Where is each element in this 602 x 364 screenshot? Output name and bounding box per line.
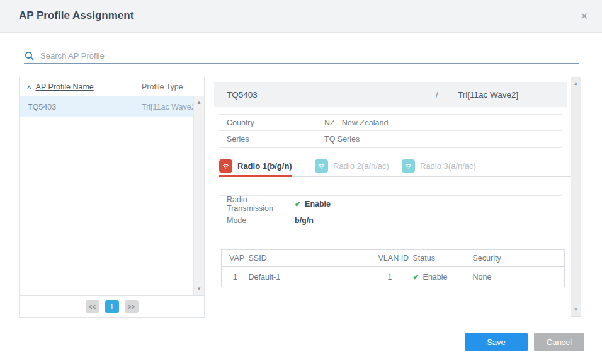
detail-header-separator: / (436, 90, 438, 100)
dialog-title: AP Profile Assignment (19, 9, 133, 22)
scroll-down-icon[interactable]: ▼ (571, 307, 581, 312)
wifi-icon (219, 159, 232, 173)
ssid-column-header: SSID (249, 250, 378, 267)
status-value: Enable (423, 273, 448, 282)
status-column-header: Status (413, 250, 473, 267)
wifi-icon (315, 159, 328, 173)
vap-column-header: VAP (222, 250, 249, 267)
security-value: None (473, 267, 565, 287)
series-label: Series (227, 135, 324, 144)
country-label: Country (227, 118, 324, 127)
column-header-profile-type: Profile Type (142, 82, 183, 91)
status-value-cell: ✔Enable (413, 267, 473, 287)
series-row: Series TQ Series (219, 131, 562, 148)
scroll-down-icon[interactable]: ▼ (194, 287, 204, 292)
list-scrollbar[interactable]: ▲ ▼ (193, 96, 204, 295)
sort-ascending-icon: ∧ (26, 84, 32, 90)
profile-list-panel: ∧ AP Profile Name Profile Type TQ5403 Tr… (19, 77, 205, 318)
profile-list-header: ∧ AP Profile Name Profile Type (20, 77, 204, 96)
tab-radio-3-label: Radio 3(a/n/ac) (420, 161, 476, 171)
vlan-id-column-header: VLAN ID (378, 250, 413, 267)
pagination: << 1 >> (20, 295, 204, 317)
cancel-button[interactable]: Cancel (534, 333, 584, 351)
security-column-header: Security (473, 250, 565, 267)
ap-profile-assignment-dialog: AP Profile Assignment ✕ ∧ AP Profile Nam… (0, 0, 602, 364)
country-value: NZ - New Zealand (324, 118, 388, 127)
search-input[interactable] (40, 51, 579, 60)
profile-row-tq5403[interactable]: TQ5403 Tri[11ac Wave2] (20, 96, 204, 117)
wifi-icon (402, 159, 415, 173)
check-icon: ✔ (413, 273, 419, 282)
radio-detail-rows: Radio Transmission ✔ Enable Mode b/g/n (219, 195, 562, 229)
vap-table: VAP SSID VLAN ID Status Security 1 Defau… (221, 249, 565, 287)
search-bar (24, 48, 579, 64)
pagination-page-1-button[interactable]: 1 (105, 300, 119, 313)
pagination-next-button[interactable]: >> (125, 300, 139, 313)
tab-radio-3[interactable]: Radio 3(a/n/ac) (402, 157, 476, 175)
radio-tabs: Radio 1(b/g/n) Radio 2(a/n/ac) (219, 154, 572, 177)
tab-radio-1-label: Radio 1(b/g/n) (237, 161, 292, 171)
detail-profile-name: TQ5403 (227, 90, 258, 100)
vap-table-row: 1 Default-1 1 ✔Enable None (222, 267, 565, 287)
profile-list-body: TQ5403 Tri[11ac Wave2] ▲ ▼ (20, 96, 204, 295)
vap-table-header-row: VAP SSID VLAN ID Status Security (222, 250, 565, 267)
scroll-up-icon[interactable]: ▲ (571, 81, 581, 86)
vap-value: 1 (222, 267, 249, 287)
mode-row: Mode b/g/n (219, 212, 562, 229)
mode-value: b/g/n (295, 216, 314, 225)
country-row: Country NZ - New Zealand (219, 114, 562, 131)
profile-detail-panel: TQ5403 / Tri[11ac Wave2] Country NZ - Ne… (214, 77, 571, 318)
ssid-value: Default-1 (249, 267, 378, 287)
pagination-prev-button[interactable]: << (86, 300, 99, 313)
dialog-titlebar: AP Profile Assignment ✕ (0, 0, 602, 33)
tab-radio-2-label: Radio 2(a/n/ac) (333, 161, 389, 171)
radio-transmission-value: Enable (305, 200, 331, 208)
scroll-up-icon[interactable]: ▲ (194, 100, 204, 105)
radio-transmission-row: Radio Transmission ✔ Enable (219, 195, 562, 212)
profile-type: Tri[11ac Wave2] (142, 103, 198, 111)
detail-scrollbar[interactable]: ▲ ▼ (571, 77, 581, 317)
close-icon[interactable]: ✕ (580, 11, 588, 22)
mode-label: Mode (227, 216, 295, 225)
vlan-id-value: 1 (378, 267, 413, 287)
detail-info-rows: Country NZ - New Zealand Series TQ Serie… (219, 114, 562, 148)
radio-transmission-label: Radio Transmission (227, 195, 295, 213)
check-icon: ✔ (295, 200, 301, 208)
tab-radio-1[interactable]: Radio 1(b/g/n) (219, 157, 292, 175)
search-icon (24, 50, 35, 61)
series-value: TQ Series (324, 135, 360, 144)
tab-radio-2[interactable]: Radio 2(a/n/ac) (315, 157, 389, 175)
column-header-ap-profile-name[interactable]: AP Profile Name (36, 82, 94, 91)
profile-name: TQ5403 (28, 103, 56, 111)
detail-header: TQ5403 / Tri[11ac Wave2] (214, 82, 567, 107)
detail-profile-type: Tri[11ac Wave2] (458, 90, 518, 100)
save-button[interactable]: Save (465, 333, 528, 351)
